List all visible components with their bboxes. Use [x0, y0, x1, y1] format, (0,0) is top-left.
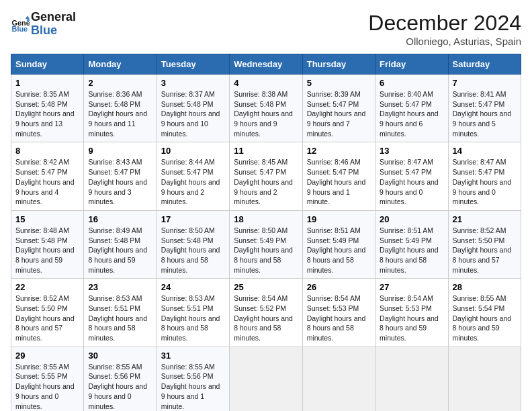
logo-general: General	[31, 11, 76, 24]
calendar-cell: 12Sunrise: 8:46 AMSunset: 5:47 PMDayligh…	[302, 142, 375, 210]
day-number: 16	[88, 214, 152, 224]
calendar-cell: 9Sunrise: 8:43 AMSunset: 5:47 PMDaylight…	[84, 142, 157, 210]
svg-marker-2	[26, 15, 30, 19]
weekday-header-thursday: Thursday	[302, 54, 375, 75]
day-number: 14	[453, 146, 517, 156]
calendar-cell	[302, 347, 375, 411]
weekday-header-sunday: Sunday	[11, 54, 84, 75]
day-info: Sunrise: 8:50 AMSunset: 5:48 PMDaylight …	[161, 226, 225, 275]
weekday-header-tuesday: Tuesday	[157, 54, 229, 75]
title-block: December 2024 Olloniego, Asturias, Spain	[368, 11, 521, 47]
calendar-cell: 4Sunrise: 8:38 AMSunset: 5:48 PMDaylight…	[230, 75, 302, 142]
day-number: 2	[88, 78, 152, 88]
calendar-cell: 5Sunrise: 8:39 AMSunset: 5:47 PMDaylight…	[302, 75, 375, 142]
day-number: 3	[161, 78, 225, 88]
calendar-cell: 3Sunrise: 8:37 AMSunset: 5:48 PMDaylight…	[157, 75, 229, 142]
day-info: Sunrise: 8:50 AMSunset: 5:49 PMDaylight …	[234, 226, 298, 275]
day-info: Sunrise: 8:51 AMSunset: 5:49 PMDaylight …	[380, 226, 443, 275]
calendar-cell	[375, 347, 448, 411]
calendar-cell: 27Sunrise: 8:54 AMSunset: 5:53 PMDayligh…	[375, 279, 448, 347]
calendar-cell: 29Sunrise: 8:55 AMSunset: 5:55 PMDayligh…	[11, 347, 84, 411]
day-info: Sunrise: 8:42 AMSunset: 5:47 PMDaylight …	[15, 157, 79, 206]
calendar-cell: 18Sunrise: 8:50 AMSunset: 5:49 PMDayligh…	[230, 210, 302, 278]
day-info: Sunrise: 8:46 AMSunset: 5:47 PMDaylight …	[307, 157, 371, 206]
logo-icon: General Blue	[11, 15, 30, 34]
day-number: 8	[15, 146, 79, 156]
day-info: Sunrise: 8:55 AMSunset: 5:56 PMDaylight …	[161, 362, 225, 411]
calendar-cell: 20Sunrise: 8:51 AMSunset: 5:49 PMDayligh…	[375, 210, 448, 278]
weekday-header-saturday: Saturday	[448, 54, 521, 75]
day-number: 7	[453, 78, 517, 88]
calendar-cell: 23Sunrise: 8:53 AMSunset: 5:51 PMDayligh…	[84, 279, 157, 347]
calendar-cell: 31Sunrise: 8:55 AMSunset: 5:56 PMDayligh…	[157, 347, 229, 411]
day-info: Sunrise: 8:54 AMSunset: 5:52 PMDaylight …	[234, 293, 298, 342]
svg-text:Blue: Blue	[12, 25, 28, 33]
day-number: 13	[380, 146, 443, 156]
calendar-cell: 2Sunrise: 8:36 AMSunset: 5:48 PMDaylight…	[84, 75, 157, 142]
calendar-cell: 14Sunrise: 8:47 AMSunset: 5:47 PMDayligh…	[448, 142, 521, 210]
location: Olloniego, Asturias, Spain	[368, 36, 521, 47]
day-info: Sunrise: 8:55 AMSunset: 5:55 PMDaylight …	[15, 362, 79, 411]
day-info: Sunrise: 8:47 AMSunset: 5:47 PMDaylight …	[453, 157, 517, 206]
calendar-cell: 16Sunrise: 8:49 AMSunset: 5:48 PMDayligh…	[84, 210, 157, 278]
day-number: 19	[307, 214, 371, 224]
calendar-cell: 8Sunrise: 8:42 AMSunset: 5:47 PMDaylight…	[11, 142, 84, 210]
day-info: Sunrise: 8:54 AMSunset: 5:53 PMDaylight …	[380, 293, 443, 342]
day-number: 28	[453, 282, 517, 292]
calendar-cell: 13Sunrise: 8:47 AMSunset: 5:47 PMDayligh…	[375, 142, 448, 210]
day-number: 9	[88, 146, 152, 156]
day-number: 29	[15, 351, 79, 361]
day-info: Sunrise: 8:40 AMSunset: 5:47 PMDaylight …	[380, 89, 443, 138]
day-number: 26	[307, 282, 371, 292]
day-number: 15	[15, 214, 79, 224]
day-number: 17	[161, 214, 225, 224]
day-info: Sunrise: 8:52 AMSunset: 5:50 PMDaylight …	[453, 226, 517, 275]
calendar-cell: 26Sunrise: 8:54 AMSunset: 5:53 PMDayligh…	[302, 279, 375, 347]
day-info: Sunrise: 8:53 AMSunset: 5:51 PMDaylight …	[161, 293, 225, 342]
day-info: Sunrise: 8:36 AMSunset: 5:48 PMDaylight …	[88, 89, 152, 138]
day-number: 6	[380, 78, 443, 88]
calendar-cell: 21Sunrise: 8:52 AMSunset: 5:50 PMDayligh…	[448, 210, 521, 278]
day-info: Sunrise: 8:39 AMSunset: 5:47 PMDaylight …	[307, 89, 371, 138]
day-info: Sunrise: 8:54 AMSunset: 5:53 PMDaylight …	[307, 293, 371, 342]
calendar-cell: 11Sunrise: 8:45 AMSunset: 5:47 PMDayligh…	[230, 142, 302, 210]
day-number: 24	[161, 282, 225, 292]
calendar-cell: 17Sunrise: 8:50 AMSunset: 5:48 PMDayligh…	[157, 210, 229, 278]
month-title: December 2024	[368, 11, 521, 36]
logo: General Blue General Blue	[11, 11, 76, 38]
calendar-cell: 30Sunrise: 8:55 AMSunset: 5:56 PMDayligh…	[84, 347, 157, 411]
calendar-cell: 19Sunrise: 8:51 AMSunset: 5:49 PMDayligh…	[302, 210, 375, 278]
day-info: Sunrise: 8:51 AMSunset: 5:49 PMDaylight …	[307, 226, 371, 275]
weekday-header-monday: Monday	[84, 54, 157, 75]
page-header: General Blue General Blue December 2024 …	[11, 11, 521, 47]
day-number: 25	[234, 282, 298, 292]
calendar-cell	[448, 347, 521, 411]
day-info: Sunrise: 8:55 AMSunset: 5:54 PMDaylight …	[453, 293, 517, 342]
day-info: Sunrise: 8:52 AMSunset: 5:50 PMDaylight …	[15, 293, 79, 342]
day-number: 5	[307, 78, 371, 88]
day-number: 22	[15, 282, 79, 292]
weekday-header-friday: Friday	[375, 54, 448, 75]
day-number: 18	[234, 214, 298, 224]
calendar-cell: 7Sunrise: 8:41 AMSunset: 5:47 PMDaylight…	[448, 75, 521, 142]
day-number: 31	[161, 351, 225, 361]
day-number: 4	[234, 78, 298, 88]
day-number: 11	[234, 146, 298, 156]
day-info: Sunrise: 8:37 AMSunset: 5:48 PMDaylight …	[161, 89, 225, 138]
day-info: Sunrise: 8:43 AMSunset: 5:47 PMDaylight …	[88, 157, 152, 206]
day-info: Sunrise: 8:41 AMSunset: 5:47 PMDaylight …	[453, 89, 517, 138]
calendar-cell: 28Sunrise: 8:55 AMSunset: 5:54 PMDayligh…	[448, 279, 521, 347]
day-number: 20	[380, 214, 443, 224]
day-number: 21	[453, 214, 517, 224]
day-number: 27	[380, 282, 443, 292]
day-number: 30	[88, 351, 152, 361]
logo-blue: Blue	[31, 24, 76, 38]
calendar-cell: 10Sunrise: 8:44 AMSunset: 5:47 PMDayligh…	[157, 142, 229, 210]
day-info: Sunrise: 8:35 AMSunset: 5:48 PMDaylight …	[15, 89, 79, 138]
weekday-header-wednesday: Wednesday	[230, 54, 302, 75]
calendar-cell: 15Sunrise: 8:48 AMSunset: 5:48 PMDayligh…	[11, 210, 84, 278]
calendar-cell	[230, 347, 302, 411]
day-info: Sunrise: 8:45 AMSunset: 5:47 PMDaylight …	[234, 157, 298, 206]
calendar-cell: 1Sunrise: 8:35 AMSunset: 5:48 PMDaylight…	[11, 75, 84, 142]
calendar-cell: 6Sunrise: 8:40 AMSunset: 5:47 PMDaylight…	[375, 75, 448, 142]
